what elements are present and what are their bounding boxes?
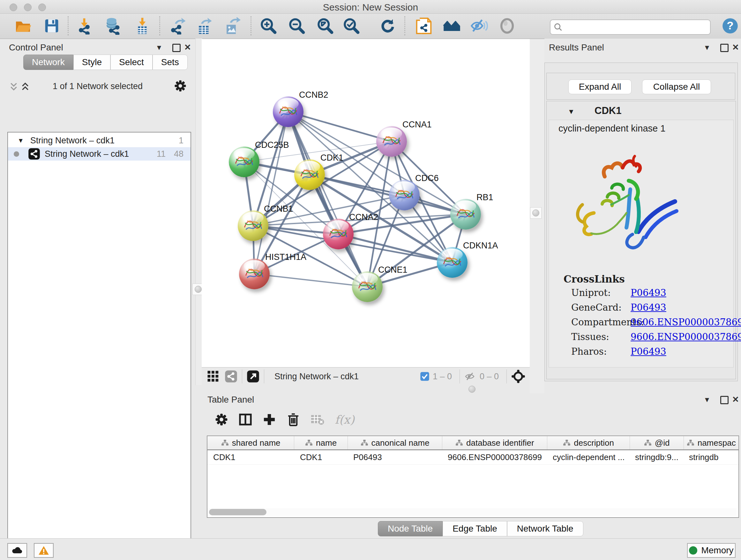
collection-expand-icon[interactable]: ▼: [17, 137, 24, 144]
crosslink-link[interactable]: P06493: [630, 346, 666, 357]
open-session-button[interactable]: [13, 16, 32, 36]
node-CDC6[interactable]: [389, 180, 420, 210]
grid-view-icon[interactable]: [207, 370, 219, 383]
birds-eye-view-icon[interactable]: [511, 369, 525, 383]
export-table-button[interactable]: [195, 16, 214, 36]
node-CDK1[interactable]: [294, 159, 325, 190]
node-RB1[interactable]: [450, 199, 481, 230]
column-header-name[interactable]: name: [294, 436, 347, 449]
network-collection-row[interactable]: ▼ String Network – cdk1 1: [8, 134, 191, 147]
title-bar: Session: New Session: [0, 0, 741, 14]
export-network-button[interactable]: [169, 16, 188, 36]
import-table-file-button[interactable]: [133, 16, 152, 36]
results-panel-collapse-icon[interactable]: ▾: [705, 43, 709, 52]
open-in-new-window-icon[interactable]: [247, 370, 259, 383]
table-row[interactable]: CDK1CDK1P064939606.ENSP00000378699cyclin…: [207, 450, 738, 464]
selected-checkbox-icon[interactable]: [420, 372, 429, 381]
column-header-database-identifier[interactable]: database identifier: [442, 436, 547, 449]
network-row-selected[interactable]: String Network – cdk1 11 48: [8, 147, 191, 161]
network-canvas[interactable]: CCNB2 CCNA1 CDC25B CDK1 CDC6 RB1 CCNB1 C…: [202, 39, 530, 367]
network-row-label: String Network – cdk1: [45, 149, 129, 159]
tab-network[interactable]: Network: [23, 55, 73, 70]
node-CCNA1[interactable]: [376, 126, 407, 157]
search-input[interactable]: [550, 19, 711, 35]
zoom-in-icon: [260, 17, 277, 35]
zoom-selected-button[interactable]: [342, 16, 361, 36]
control-panel-close-icon[interactable]: ✕: [184, 43, 191, 52]
column-header--id[interactable]: @id: [630, 436, 684, 449]
memory-button[interactable]: Memory: [687, 543, 736, 558]
crosslink-link[interactable]: P06493: [630, 287, 666, 298]
delete-table-button[interactable]: [309, 411, 326, 428]
left-splitter[interactable]: [195, 39, 202, 385]
network-selected-status: 1 of 1 Network selected: [0, 81, 195, 91]
column-header-canonical-name[interactable]: canonical name: [347, 436, 442, 449]
table-cell: CDK1: [207, 450, 294, 464]
function-builder-button[interactable]: f(x): [332, 411, 357, 428]
control-panel-float-icon[interactable]: [172, 44, 181, 52]
zoom-out-button[interactable]: [287, 16, 307, 36]
export-image-button[interactable]: [222, 16, 242, 36]
column-type-icon: [644, 439, 652, 446]
add-column-button[interactable]: [261, 411, 278, 428]
network-options-gear-icon[interactable]: [174, 79, 187, 94]
column-header-namespac[interactable]: namespac: [684, 436, 738, 449]
tab-network-table[interactable]: Network Table: [507, 521, 583, 537]
table-cell: stringdb:9...: [629, 450, 683, 464]
hide-unhide-button[interactable]: [469, 16, 488, 36]
table-panel-float-icon[interactable]: [720, 396, 729, 404]
crosslink-row: GeneCard:: [571, 302, 622, 313]
node-CCNE1[interactable]: [352, 271, 383, 302]
import-network-file-button[interactable]: [75, 16, 94, 36]
right-splitter-handle[interactable]: [530, 207, 542, 219]
tab-node-table[interactable]: Node Table: [378, 521, 443, 537]
eye-slash-icon: [470, 17, 488, 35]
horizontal-splitter[interactable]: [202, 385, 530, 393]
node-HIST1H1A[interactable]: [239, 259, 270, 289]
save-session-button[interactable]: [42, 16, 61, 36]
table-panel-close-icon[interactable]: ✕: [732, 395, 739, 405]
node-CDC25B[interactable]: [229, 146, 259, 177]
results-panel-float-icon[interactable]: [720, 44, 729, 52]
node-CCNA2[interactable]: [323, 219, 354, 249]
tab-style[interactable]: Style: [73, 55, 111, 70]
cloud-icon: [11, 546, 23, 555]
crosslink-link[interactable]: P06493: [630, 302, 666, 313]
scrollbar-thumb[interactable]: [209, 509, 266, 515]
network-view-icon[interactable]: [225, 370, 238, 383]
collapse-all-button[interactable]: Collapse All: [642, 79, 711, 94]
node-CCNB2[interactable]: [273, 97, 304, 127]
toolbar-separator: [68, 16, 69, 36]
expand-all-button[interactable]: Expand All: [568, 79, 631, 94]
results-panel-close-icon[interactable]: ✕: [732, 43, 739, 52]
tab-edge-table[interactable]: Edge Table: [443, 521, 507, 537]
table-horizontal-scrollbar[interactable]: [207, 508, 737, 516]
show-columns-button[interactable]: [237, 411, 254, 428]
gene-collapse-icon[interactable]: ▼: [568, 108, 575, 116]
import-network-database-button[interactable]: [103, 16, 122, 36]
column-header-shared-name[interactable]: shared name: [207, 436, 294, 449]
string-home-button[interactable]: [442, 16, 461, 36]
crosslink-link[interactable]: 9606.ENSP00000378699: [630, 317, 741, 327]
crosslink-link[interactable]: 9606.ENSP00000378699: [630, 331, 741, 342]
show-graphics-button[interactable]: [497, 16, 517, 36]
node-CCNB1[interactable]: [238, 210, 268, 241]
horizontal-splitter-handle[interactable]: [468, 386, 475, 393]
help-button[interactable]: ?: [721, 16, 740, 36]
column-header-description[interactable]: description: [547, 436, 629, 449]
table-gear-button[interactable]: [213, 411, 230, 428]
zoom-fit-button[interactable]: [316, 16, 335, 36]
zoom-in-button[interactable]: [259, 16, 278, 36]
cloud-status-button[interactable]: [7, 543, 27, 558]
table-panel-title: Table Panel: [207, 395, 254, 405]
tab-sets[interactable]: Sets: [152, 55, 188, 70]
tab-select[interactable]: Select: [111, 55, 152, 70]
network-snapshot-button[interactable]: [414, 16, 433, 36]
column-type-icon: [221, 439, 229, 446]
node-CDKN1A[interactable]: [437, 247, 468, 278]
delete-column-button[interactable]: [285, 411, 301, 428]
warnings-button[interactable]: [34, 543, 54, 558]
refresh-button[interactable]: [378, 16, 397, 36]
table-panel-collapse-icon[interactable]: ▾: [705, 395, 709, 405]
control-panel-collapse-icon[interactable]: ▾: [157, 43, 161, 52]
